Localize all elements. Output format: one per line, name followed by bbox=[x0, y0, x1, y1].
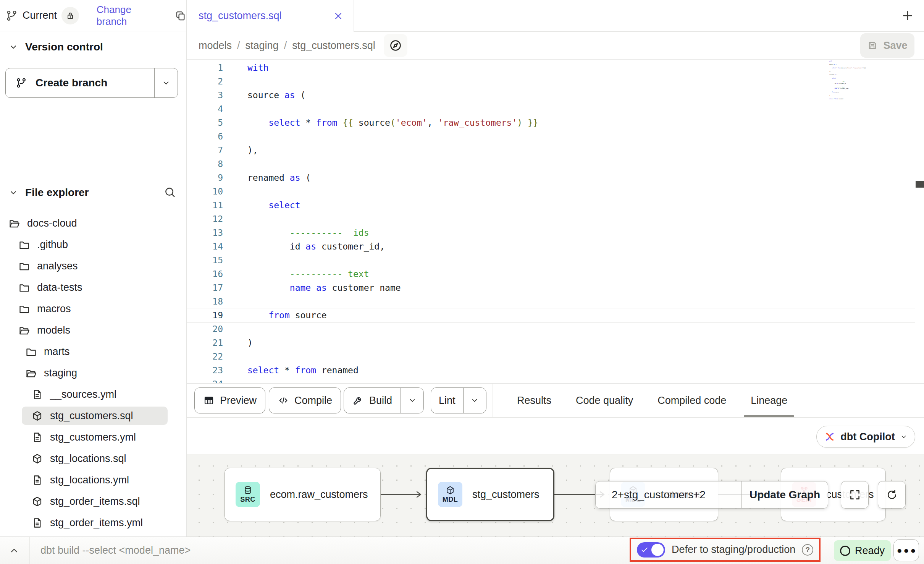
file-tree-item--sources-yml[interactable]: __sources.yml bbox=[0, 384, 186, 405]
lineage-panel: SRCecom.raw_customersMDLstg_customersMDL… bbox=[187, 454, 924, 536]
help-icon[interactable]: ? bbox=[802, 544, 813, 556]
create-branch-main[interactable]: Create branch bbox=[6, 68, 155, 97]
fullscreen-button[interactable] bbox=[841, 481, 869, 509]
file-tree-item-macros[interactable]: macros bbox=[0, 298, 186, 319]
lineage-node-stg-customers[interactable]: MDLstg_customers bbox=[426, 468, 554, 521]
file-explorer-header[interactable]: File explorer bbox=[0, 183, 186, 203]
code-line-13: 13 ---------- ids bbox=[187, 226, 915, 240]
defer-annotation-box: Defer to staging/production ? bbox=[630, 538, 821, 562]
branch-lock-chip bbox=[61, 7, 79, 24]
save-icon bbox=[867, 40, 878, 51]
file-tree-item-stg-order-items-sql[interactable]: stg_order_items.sql bbox=[0, 491, 186, 512]
code-line-6: 6 bbox=[187, 130, 915, 143]
indent-guide bbox=[250, 240, 250, 253]
line-number: 19 bbox=[187, 308, 233, 322]
file-tree-item-label: stg_locations.yml bbox=[50, 474, 129, 486]
lineage-node-ecom-raw-customers[interactable]: SRCecom.raw_customers bbox=[225, 468, 381, 521]
indent-guide bbox=[271, 240, 271, 253]
save-button[interactable]: Save bbox=[860, 33, 914, 58]
file-tree-item-stg-order-items-yml[interactable]: stg_order_items.yml bbox=[0, 512, 186, 533]
file-tree-item-staging[interactable]: staging bbox=[0, 362, 186, 384]
code-line-19: 19 from source bbox=[187, 308, 915, 322]
command-input[interactable]: dbt build --select <model_name> bbox=[40, 537, 191, 564]
indent-guide bbox=[250, 226, 250, 240]
file-tree-item-label: data-tests bbox=[37, 282, 82, 293]
doc-icon bbox=[31, 517, 43, 529]
defer-toggle-label: Defer to staging/production bbox=[672, 544, 795, 556]
file-tree-item-stg-customers-yml[interactable]: stg_customers.yml bbox=[0, 426, 186, 448]
indent-guide bbox=[250, 253, 250, 267]
file-tree-item-marts[interactable]: marts bbox=[0, 341, 186, 362]
file-tree-item-models[interactable]: models bbox=[0, 319, 186, 341]
tab-results[interactable]: Results bbox=[517, 384, 551, 418]
indent-guide bbox=[250, 322, 250, 336]
dbt-copilot-logo-icon bbox=[824, 431, 835, 442]
line-number: 22 bbox=[187, 350, 233, 363]
indent-guide bbox=[271, 253, 271, 267]
toolbar-border bbox=[187, 417, 924, 418]
wrench-icon bbox=[352, 395, 364, 406]
line-content: ) bbox=[233, 336, 915, 350]
line-content: id as customer_id, bbox=[233, 240, 915, 253]
file-tree-item-label: stg_customers.yml bbox=[50, 431, 136, 443]
line-number: 3 bbox=[187, 88, 233, 102]
node-type-badge: MDL bbox=[438, 482, 462, 507]
dbt-copilot-label: dbt Copilot bbox=[840, 431, 895, 443]
lint-dropdown[interactable] bbox=[463, 388, 486, 413]
change-branch-link[interactable]: Change branch bbox=[97, 4, 164, 28]
file-tree-item-analyses[interactable]: analyses bbox=[0, 255, 186, 277]
model-cube-icon bbox=[31, 453, 43, 465]
file-tree-item-stg-locations-sql[interactable]: stg_locations.sql bbox=[0, 448, 186, 469]
defer-toggle[interactable] bbox=[637, 542, 665, 558]
tab-lineage[interactable]: Lineage bbox=[751, 384, 787, 418]
editor-scrollbar-thumb[interactable] bbox=[916, 181, 924, 188]
line-number: 21 bbox=[187, 336, 233, 350]
model-cube-icon bbox=[31, 410, 43, 422]
file-tree-item-label: stg_order_items.yml bbox=[50, 517, 143, 529]
build-button[interactable]: Build bbox=[344, 387, 424, 413]
file-tree-item-stg-customers-sql[interactable]: stg_customers.sql bbox=[0, 405, 186, 426]
chevron-up-icon[interactable] bbox=[8, 545, 20, 556]
git-branch-icon bbox=[16, 77, 27, 89]
new-tab-button[interactable] bbox=[898, 6, 917, 25]
compile-button[interactable]: Compile bbox=[269, 387, 341, 413]
line-number: 12 bbox=[187, 212, 233, 226]
lint-button[interactable]: Lint bbox=[431, 387, 486, 413]
dbt-copilot-button[interactable]: dbt Copilot bbox=[816, 426, 915, 448]
file-tree-item-data-tests[interactable]: data-tests bbox=[0, 277, 186, 298]
code-line-16: 16 ---------- text bbox=[187, 267, 915, 281]
line-content bbox=[233, 295, 915, 308]
file-tree-item-label: analyses bbox=[37, 260, 78, 272]
create-branch-dropdown[interactable] bbox=[155, 68, 178, 97]
build-dropdown[interactable] bbox=[401, 388, 423, 413]
ready-status-badge[interactable]: Ready bbox=[834, 540, 891, 561]
version-control-header[interactable]: Version control bbox=[0, 37, 186, 57]
code-editor[interactable]: 1with23source as (45 select * from {{ so… bbox=[187, 60, 915, 383]
search-icon[interactable] bbox=[163, 186, 176, 199]
close-icon[interactable] bbox=[333, 11, 344, 21]
tab-code-quality[interactable]: Code quality bbox=[576, 384, 633, 418]
file-tree-item-docs-cloud[interactable]: docs-cloud bbox=[0, 212, 186, 234]
line-number: 20 bbox=[187, 322, 233, 336]
model-cube-icon bbox=[31, 496, 43, 507]
file-tree-item-label: macros bbox=[37, 303, 71, 315]
file-tree-item-stg-locations-yml[interactable]: stg_locations.yml bbox=[0, 469, 186, 491]
line-content bbox=[233, 185, 915, 198]
tab-stg-customers-sql[interactable]: stg_customers.sql bbox=[187, 0, 354, 32]
line-number: 14 bbox=[187, 240, 233, 253]
code-icon bbox=[278, 395, 289, 406]
indent-guide bbox=[271, 267, 271, 281]
line-content: source as ( bbox=[233, 88, 915, 102]
refresh-button[interactable] bbox=[878, 481, 906, 509]
preview-button[interactable]: Preview bbox=[194, 387, 265, 413]
create-branch-button[interactable]: Create branch bbox=[5, 68, 178, 98]
update-graph-button[interactable]: Update Graph bbox=[742, 481, 828, 508]
doc-icon bbox=[31, 389, 43, 400]
copy-icon[interactable] bbox=[175, 10, 186, 21]
navigate-button[interactable] bbox=[384, 34, 407, 57]
tab-compiled-code[interactable]: Compiled code bbox=[657, 384, 726, 418]
lineage-selector-input[interactable]: 2+stg_customers+2 bbox=[596, 481, 742, 508]
file-tree-item--github[interactable]: .github bbox=[0, 234, 186, 255]
more-options-button[interactable]: ●●● bbox=[893, 539, 919, 561]
version-control-title: Version control bbox=[25, 41, 103, 53]
